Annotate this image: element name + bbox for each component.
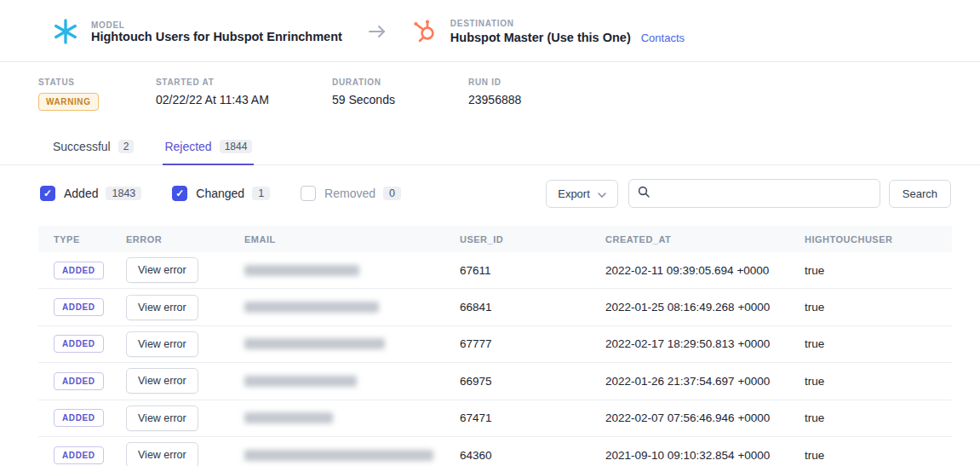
type-cell: ADDED — [38, 298, 126, 316]
filter-count-badge: 1 — [252, 187, 270, 200]
redacted-email — [244, 302, 379, 313]
table-row: ADDED View error 66841 2022-01-25 08:16:… — [38, 289, 952, 325]
tab-count-badge: 2 — [118, 140, 135, 153]
type-cell: ADDED — [38, 262, 126, 279]
view-error-button[interactable]: View error — [126, 331, 198, 357]
error-cell: View error — [126, 368, 244, 394]
checkbox[interactable]: ✓ — [172, 186, 187, 201]
filter-removed[interactable]: Removed 0 — [301, 186, 401, 201]
created-at-cell: 2022-01-26 21:37:54.697 +0000 — [605, 375, 805, 388]
search-button[interactable]: Search — [889, 180, 951, 208]
run-id-label: RUN ID — [468, 78, 521, 87]
created-at-cell: 2022-02-07 07:56:46.946 +0000 — [605, 411, 805, 424]
view-error-button[interactable]: View error — [126, 406, 198, 431]
export-button[interactable]: Export — [546, 180, 618, 208]
hubspot-icon — [410, 17, 439, 46]
filter-label: Changed — [196, 187, 244, 200]
destination-name: Hubspot Master (Use this One) — [450, 31, 631, 44]
user-id-cell: 66975 — [460, 375, 605, 388]
hightouchuser-cell: true — [805, 301, 952, 314]
email-cell — [244, 338, 460, 349]
tab-successful[interactable]: Successful 2 — [51, 131, 135, 165]
type-cell: ADDED — [38, 335, 126, 353]
type-cell: ADDED — [38, 372, 126, 390]
filter-count-badge: 1843 — [106, 187, 141, 200]
run-info-bar: STATUS WARNING STARTED AT 02/22/22 At 11… — [0, 62, 980, 128]
view-error-button[interactable]: View error — [126, 257, 198, 283]
hightouchuser-cell: true — [805, 337, 952, 350]
email-cell — [244, 412, 460, 423]
table-row: ADDED View error 67471 2022-02-07 07:56:… — [38, 400, 952, 437]
hightouchuser-cell: true — [805, 449, 952, 462]
contacts-link[interactable]: Contacts — [641, 32, 685, 44]
filter-label: Added — [64, 187, 98, 200]
created-at-cell: 2022-02-17 18:29:50.813 +0000 — [605, 337, 805, 350]
model-label: MODEL — [91, 20, 342, 30]
search-input[interactable] — [656, 187, 871, 200]
column-header-email: EMAIL — [244, 234, 460, 245]
view-error-button[interactable]: View error — [126, 295, 198, 320]
error-cell: View error — [126, 331, 244, 357]
column-header-created_at: CREATED_AT — [605, 234, 805, 245]
redacted-email — [244, 338, 385, 349]
redacted-email — [244, 450, 433, 461]
error-cell: View error — [126, 442, 244, 466]
type-badge: ADDED — [54, 262, 104, 279]
hightouchuser-cell: true — [805, 375, 952, 388]
destination-text: DESTINATION Hubspot Master (Use this One… — [450, 19, 685, 44]
error-cell: View error — [126, 257, 244, 283]
destination-label: DESTINATION — [450, 19, 685, 28]
filter-changed[interactable]: ✓ Changed 1 — [172, 186, 270, 201]
tab-rejected[interactable]: Rejected 1844 — [163, 131, 254, 165]
email-cell — [244, 450, 460, 461]
table-row: ADDED View error 64360 2021-09-10 09:10:… — [38, 437, 952, 466]
duration-label: DURATION — [332, 78, 468, 87]
error-cell: View error — [126, 295, 244, 320]
started-at-value: 02/22/22 At 11:43 AM — [156, 93, 332, 106]
user-id-cell: 67611 — [460, 264, 605, 277]
run-id-field: RUN ID 23956888 — [468, 78, 521, 111]
tab-label: Rejected — [164, 140, 211, 153]
error-cell: View error — [126, 406, 244, 431]
tab-count-badge: 1844 — [220, 140, 253, 153]
run-id-value: 23956888 — [468, 93, 521, 106]
search-box[interactable] — [628, 179, 880, 208]
filter-bar: ✓ Added 1843 ✓ Changed 1 Removed 0 Expor… — [0, 165, 980, 221]
view-error-button[interactable]: View error — [126, 442, 198, 466]
model-entity: MODEL Hightouch Users for Hubspot Enrinc… — [51, 17, 342, 46]
redacted-email — [244, 376, 357, 387]
destination-entity: DESTINATION Hubspot Master (Use this One… — [410, 17, 685, 46]
status-badge: WARNING — [38, 93, 99, 111]
arrow-right-icon — [368, 25, 387, 38]
started-at-field: STARTED AT 02/22/22 At 11:43 AM — [156, 78, 332, 111]
type-badge: ADDED — [54, 335, 104, 353]
filter-label: Removed — [324, 187, 375, 200]
export-label: Export — [558, 187, 590, 200]
model-text: MODEL Hightouch Users for Hubspot Enrinc… — [91, 20, 342, 43]
type-cell: ADDED — [38, 409, 126, 427]
status-label: STATUS — [38, 78, 156, 87]
filter-added[interactable]: ✓ Added 1843 — [40, 186, 141, 201]
table-row: ADDED View error 66975 2022-01-26 21:37:… — [38, 363, 952, 400]
created-at-cell: 2022-01-25 08:16:49.268 +0000 — [605, 301, 805, 314]
hightouchuser-cell: true — [805, 264, 952, 277]
email-cell — [244, 265, 460, 276]
type-badge: ADDED — [54, 446, 104, 464]
created-at-cell: 2021-09-10 09:10:32.854 +0000 — [605, 449, 805, 462]
checkbox[interactable]: ✓ — [40, 186, 55, 201]
column-header-error: ERROR — [126, 234, 244, 245]
table-row: ADDED View error 67777 2022-02-17 18:29:… — [38, 326, 952, 363]
hightouchuser-cell: true — [805, 411, 952, 424]
filters-group: ✓ Added 1843 ✓ Changed 1 Removed 0 — [40, 186, 432, 201]
view-error-button[interactable]: View error — [126, 368, 198, 394]
type-badge: ADDED — [54, 298, 104, 316]
user-id-cell: 64360 — [460, 449, 605, 462]
column-header-user_id: USER_ID — [460, 234, 605, 245]
email-cell — [244, 376, 460, 387]
checkbox[interactable] — [301, 186, 316, 201]
redacted-email — [244, 412, 333, 423]
started-at-label: STARTED AT — [156, 78, 332, 87]
email-cell — [244, 302, 460, 313]
snowflake-icon — [51, 17, 80, 46]
user-id-cell: 67471 — [460, 411, 605, 424]
